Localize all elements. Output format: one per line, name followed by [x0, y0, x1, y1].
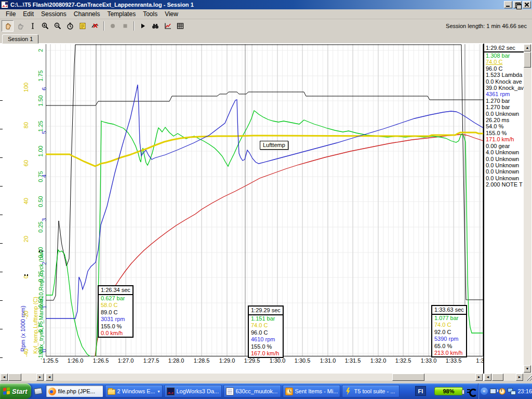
taskbar-task[interactable]: 2 Windows E...▾: [105, 385, 163, 397]
stopwatch-button[interactable]: [64, 20, 76, 32]
channel-value-row[interactable]: 0.0 Unknown: [484, 156, 524, 162]
axis-tick-temp: 20: [23, 236, 29, 242]
channel-value-row[interactable]: 1.270 bar: [484, 98, 524, 104]
taskbar-task[interactable]: Sent Items - Mi...: [283, 385, 340, 397]
notepad-icon: [226, 388, 234, 395]
cursor-flag-3[interactable]: 1:33.63 sec1.077 bar74.0 C92.0 C5390 rpm…: [431, 305, 467, 357]
x-axis-tick-label: 1:32.5: [395, 357, 411, 364]
menu-channels[interactable]: Channels: [70, 9, 104, 19]
channel-value-row[interactable]: 0.0 Knock ave: [484, 78, 524, 85]
axis-tick-temp: -20: [23, 311, 29, 319]
axis-tick-temp: -40: [23, 349, 29, 357]
stop-icon: [123, 24, 127, 28]
x-axis-tick-label: 1:28.5: [194, 357, 210, 364]
channel-value-row[interactable]: 26.20 ms: [484, 117, 524, 123]
channel-value-row[interactable]: 0.0 Unknown: [484, 175, 524, 181]
clock-tray-icon[interactable]: [498, 388, 506, 395]
cursor-flag-2[interactable]: 1:29.29 sec1.151 bar74.0 C96.0 C4610 rpm…: [248, 305, 284, 358]
stopwatch-icon: [68, 23, 73, 30]
scroll-left-button[interactable]: ◄: [1, 374, 8, 381]
find-button[interactable]: [149, 20, 161, 32]
axes-scrollbar[interactable]: ◄ ►: [0, 374, 45, 381]
outlook-icon: [285, 388, 293, 395]
tab-session-1[interactable]: Session 1: [2, 34, 38, 44]
taskbar-task[interactable]: file.php (JPE...: [46, 385, 103, 397]
grab-hand-icon: [19, 24, 23, 29]
cursor-flag-1[interactable]: 1:26.34 sec0.627 bar58.0 C89.0 C3031 rpm…: [98, 285, 134, 338]
notes-button[interactable]: [76, 20, 88, 32]
scroll-left-button[interactable]: ◄: [484, 374, 491, 381]
channel-value-row[interactable]: 0.0 Unknown: [484, 162, 524, 168]
channel-value-row[interactable]: 1.270 bar: [484, 104, 524, 110]
stop-button[interactable]: [119, 20, 131, 32]
pan-hand-button[interactable]: [2, 20, 14, 32]
chart-scroll-thumb[interactable]: [392, 374, 424, 381]
menu-sessions[interactable]: Sessions: [37, 9, 70, 19]
scroll-left-button[interactable]: ◄: [46, 374, 53, 381]
windows-flag-icon: [3, 387, 10, 395]
minimize-button[interactable]: [504, 1, 512, 8]
axes-scroll-thumb[interactable]: [8, 374, 21, 381]
play-button[interactable]: [137, 20, 149, 32]
channel-value-row[interactable]: 155.0 %: [484, 130, 524, 136]
resize-grip[interactable]: [524, 374, 532, 381]
x-axis-tick-label: 1:30.0: [270, 357, 286, 364]
scroll-right-button[interactable]: ►: [475, 374, 483, 381]
zoom-out-button[interactable]: [51, 20, 63, 32]
menu-templates[interactable]: Templates: [103, 9, 139, 19]
channel-value-row[interactable]: 0.0 Unknown: [484, 168, 524, 175]
graph-button[interactable]: [162, 20, 174, 32]
channel-value-row[interactable]: 1.523 Lambda: [484, 72, 524, 78]
show-desktop-icon[interactable]: [34, 388, 43, 395]
scroll-right-button[interactable]: ►: [516, 374, 523, 381]
channel-value-row[interactable]: 54.0 %: [484, 123, 524, 129]
cursor-value: 1.077 bar: [432, 315, 466, 322]
menu-edit[interactable]: Edit: [19, 9, 37, 19]
channel-value-row[interactable]: 2.000 NOTE T: [484, 181, 524, 188]
display-tray-icon[interactable]: [489, 388, 497, 395]
channel-value-row[interactable]: 171.0 km/h: [484, 136, 524, 142]
scroll-right-button[interactable]: ►: [36, 374, 44, 381]
zoom-in-button[interactable]: [39, 20, 51, 32]
menubar: FileEditSessionsChannelsTemplatesToolsVi…: [0, 9, 532, 19]
channel-value-row[interactable]: 0.00 gear: [484, 143, 524, 149]
graph-icon: [165, 23, 171, 29]
taskbar-task[interactable]: LogWorks3 Da...: [164, 385, 222, 397]
hide-icons-chevron[interactable]: «: [481, 388, 488, 395]
record-button[interactable]: [107, 20, 118, 32]
cursor-value: 65.0 %: [432, 343, 466, 350]
battery-indicator[interactable]: 98%: [434, 387, 463, 395]
start-button[interactable]: Start: [0, 383, 31, 399]
ibeam-button[interactable]: [26, 20, 38, 32]
menu-tools[interactable]: Tools: [139, 9, 161, 19]
chart-scrollbar[interactable]: ◄ ►: [46, 374, 483, 381]
table-button[interactable]: [174, 20, 186, 32]
panel-scrollbar[interactable]: ◄ ►: [484, 374, 524, 381]
network-tray-icon[interactable]: [508, 388, 515, 395]
delete-trace-button[interactable]: [89, 20, 101, 32]
close-button[interactable]: [523, 1, 531, 8]
channel-name-label[interactable]: Lufttemp: [260, 141, 288, 150]
taskbar-clock: 23:16: [516, 388, 532, 394]
channel-value-row[interactable]: 74.0 C: [484, 59, 524, 65]
taskbar-task[interactable]: T5 tool suite - ...: [342, 385, 400, 397]
channel-value-row[interactable]: 1.308 bar: [484, 52, 524, 59]
channel-value-row[interactable]: 96.0 C: [484, 65, 524, 72]
cursor-value: 74.0 C: [249, 322, 283, 329]
language-indicator[interactable]: FI: [415, 386, 426, 396]
channel-value-row[interactable]: 4361 rpm: [484, 91, 524, 97]
channel-value-row[interactable]: 0.0 Unknown: [484, 111, 524, 117]
channel-value-row[interactable]: 4.0 Unknown: [484, 149, 524, 155]
channel-value-row[interactable]: 39.0 Knock_av: [484, 85, 524, 91]
taskbar-task[interactable]: 630cc_muutok...: [223, 385, 281, 397]
menu-view[interactable]: View: [161, 9, 182, 19]
vertical-scroll-thumb[interactable]: [524, 52, 531, 68]
grab-hand-button[interactable]: [14, 20, 26, 32]
menu-file[interactable]: File: [2, 9, 19, 19]
table-icon: [177, 23, 183, 29]
panel-scroll-thumb[interactable]: [492, 374, 503, 381]
scroll-up-button[interactable]: ▲: [524, 44, 531, 51]
panel-vertical-scrollbar[interactable]: ▲ ▼: [524, 44, 531, 374]
scroll-down-button[interactable]: ▼: [524, 365, 531, 373]
restore-button[interactable]: [513, 1, 522, 8]
